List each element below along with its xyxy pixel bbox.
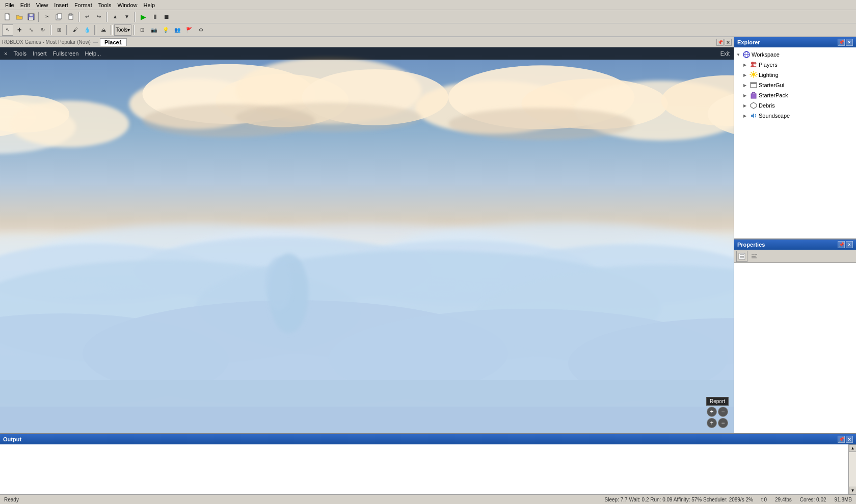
lighting-icon [750,71,758,79]
tb-copy[interactable] [54,11,65,22]
status-fps: 29.4fps [775,497,792,502]
menu-file[interactable]: File [2,1,17,9]
ingame-tools[interactable]: Tools [13,50,26,57]
tb-grid[interactable]: ⊡ [137,24,148,36]
debris-icon [750,101,758,110]
tree-item-players[interactable]: ▶ Players [734,60,856,70]
toolbar2: ↖ ✚ ⤡ ↻ ⊞ 🖌 💧 ⛰ Tools▾ ⊡ 📷 💡 👥 🚩 ⚙ [0,23,856,37]
nav-up-plus[interactable]: + [707,407,717,417]
tb-snap[interactable]: ⊞ [54,24,65,36]
tb-select-tool[interactable]: ↖ [2,24,13,36]
tb-rotate-tool[interactable]: ↻ [37,24,48,36]
properties-filter-btn[interactable] [736,251,747,262]
tools-dropdown[interactable]: Tools▾ [114,24,131,36]
ingame-help[interactable]: Help... [85,50,101,57]
output-pin-btn[interactable]: 📌 [838,436,845,443]
tree-item-debris[interactable]: ▶ Debris [734,100,856,111]
output-panel: Output 📌 × ▲ ▼ [0,433,856,494]
tb-settings[interactable]: ⚙ [195,24,206,36]
svg-rect-5 [58,14,62,19]
viewport-container: × Tools Insert Fullscreen Help... Exit [0,47,734,433]
tb-undo[interactable]: ↩ [82,11,93,22]
tree-item-lighting[interactable]: ▶ Lighting [734,70,856,80]
ingame-x[interactable]: × [4,50,7,57]
tb-save[interactable] [25,11,37,22]
starterpack-label: StarterPack [759,92,788,98]
properties-toolbar [734,250,856,263]
explorer-pin-btn[interactable]: 📌 [838,39,845,46]
viewport-pin-btn[interactable]: 📌 [716,39,724,46]
output-close-btn[interactable]: × [846,436,853,443]
tb-terrain[interactable]: ⛰ [98,24,109,36]
properties-content [734,263,856,433]
tb-cut[interactable]: ✂ [42,11,53,22]
tb-new[interactable] [2,11,13,22]
tb-pause[interactable]: ⏸ [149,11,160,22]
explorer-titlebar: Explorer 📌 × [734,37,856,47]
tb-flag[interactable]: 🚩 [183,24,195,36]
tb-stop[interactable]: ⏹ [161,11,172,22]
properties-pin-btn[interactable]: 📌 [838,241,845,248]
tree-item-startergui[interactable]: ▶ StarterGui [734,80,856,90]
explorer-close-btn[interactable]: × [846,39,853,46]
tb-move-tool[interactable]: ✚ [14,24,25,36]
app-title-label: ROBLOX Games - Most Popular (Now) [2,39,91,45]
tb-scale-tool[interactable]: ⤡ [25,24,37,36]
tb-dropper[interactable]: 💧 [82,24,93,36]
sep9 [133,25,135,35]
sep3 [106,12,108,22]
menu-bar: File Edit View Insert Format Tools Windo… [0,0,856,10]
menu-help[interactable]: Help [141,1,158,9]
output-scrollbar[interactable]: ▲ ▼ [848,444,856,494]
scroll-down-btn[interactable]: ▼ [849,487,856,494]
viewport-close-btn[interactable]: × [725,39,732,46]
menu-window[interactable]: Window [114,1,140,9]
sep1 [38,12,40,22]
properties-close-btn[interactable]: × [846,241,853,248]
ingame-exit[interactable]: Exit [720,50,730,57]
explorer-title: Explorer [737,39,760,45]
menu-format[interactable]: Format [71,1,95,9]
tb-redo[interactable]: ↪ [93,11,104,22]
nav-down-plus[interactable]: + [707,418,717,428]
tree-item-starterpack[interactable]: ▶ StarterPack [734,90,856,100]
nav-row-1: + − [706,407,729,417]
tb-team[interactable]: 👥 [172,24,183,36]
toolbar-area: ✂ ↩ ↪ ▲ ▼ ▶ ⏸ ⏹ ↖ ✚ ⤡ ↻ ⊞ 🖌 💧 ⛰ Tools▾ [0,10,856,37]
nav-down-minus[interactable]: − [718,418,728,428]
tb-up[interactable]: ▲ [110,11,121,22]
menu-tools[interactable]: Tools [95,1,115,9]
menu-insert[interactable]: Insert [51,1,71,9]
sky-viewport[interactable]: Report + − + − [0,47,734,433]
scroll-up-btn[interactable]: ▲ [849,444,856,452]
tb-paint[interactable]: 🖌 [70,24,81,36]
tb-open[interactable] [14,11,25,22]
starterpack-icon [750,91,758,99]
menu-edit[interactable]: Edit [17,1,33,9]
report-button[interactable]: Report [706,397,729,406]
tb-play[interactable]: ▶ [138,11,149,22]
sep6 [66,25,68,35]
tb-light[interactable]: 💡 [160,24,171,36]
status-time: t 0 [761,497,767,502]
startergui-label: StarterGui [759,82,784,88]
svg-point-53 [754,62,757,65]
tb-paste[interactable] [65,11,76,22]
ingame-insert[interactable]: Insert [33,50,47,57]
ingame-fullscreen[interactable]: Fullscreen [53,50,79,57]
tree-item-soundscape[interactable]: ▶ Soundscape [734,111,856,121]
viewport-panel: ROBLOX Games - Most Popular (Now) — Plac… [0,37,734,433]
svg-rect-7 [69,14,72,15]
menu-view[interactable]: View [33,1,51,9]
properties-sort-btn[interactable] [748,251,760,262]
soundscape-label: Soundscape [759,113,790,119]
sky-scene [0,47,734,433]
status-bar: Ready Sleep: 7.7 Wait: 0.2 Run: 0.09 Aff… [0,494,856,504]
tree-item-workspace[interactable]: ▼ Workspace [734,49,856,60]
tb-down[interactable]: ▼ [121,11,132,22]
svg-marker-58 [751,102,757,109]
scroll-track [849,452,856,487]
nav-up-minus[interactable]: − [718,407,728,417]
viewport-tab[interactable]: Place1 [100,38,127,46]
tb-camera[interactable]: 📷 [148,24,159,36]
